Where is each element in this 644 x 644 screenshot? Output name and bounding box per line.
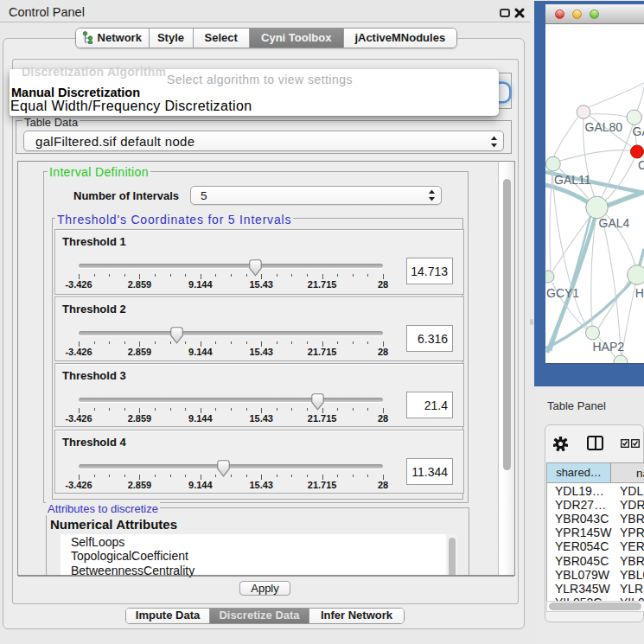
svg-text:GAL80: GAL80: [585, 120, 623, 134]
svg-text:GA: GA: [633, 124, 644, 138]
svg-text:GAL4: GAL4: [599, 216, 630, 230]
svg-text:C: C: [638, 158, 644, 172]
svg-text:GCY1: GCY1: [546, 286, 579, 300]
svg-text:H: H: [635, 286, 644, 300]
svg-text:HAP2: HAP2: [593, 340, 625, 354]
svg-text:GAL11: GAL11: [554, 173, 591, 187]
